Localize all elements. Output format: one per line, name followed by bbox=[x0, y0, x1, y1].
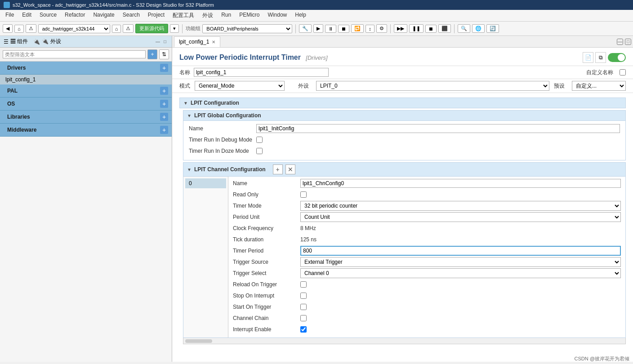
channel-0-item[interactable]: 0 bbox=[185, 178, 226, 188]
ch-start-checkbox[interactable] bbox=[300, 304, 307, 310]
channel-config-label: LPIT Channel Configuration bbox=[194, 166, 266, 173]
menu-refactor[interactable]: Refactor bbox=[61, 11, 89, 20]
toolbar-btn10[interactable]: ⏹ bbox=[425, 25, 437, 33]
debug-mode-checkbox[interactable] bbox=[256, 137, 263, 143]
ch-triggersrc-select[interactable]: External Trigger bbox=[300, 257, 621, 267]
category-libraries[interactable]: Libraries + bbox=[0, 111, 172, 124]
minimize-btn[interactable]: — bbox=[155, 39, 161, 45]
menu-project[interactable]: Project bbox=[144, 11, 168, 20]
menu-window[interactable]: Window bbox=[264, 11, 291, 20]
global-name-input[interactable] bbox=[256, 124, 620, 133]
lpit-config-item[interactable]: lpit_config_1 bbox=[0, 75, 172, 84]
ch-periodunit-select[interactable]: Count Unit bbox=[300, 212, 621, 222]
save-btn[interactable]: 📄 bbox=[583, 52, 593, 63]
toolbar-btn2[interactable]: ▶ bbox=[313, 24, 323, 33]
name-input[interactable] bbox=[194, 68, 329, 77]
peripherals-tab[interactable]: 🔌 🔌 外设 bbox=[33, 38, 61, 45]
h-scrollbar[interactable] bbox=[183, 338, 626, 344]
filter-sort-btn[interactable]: ⇅ bbox=[159, 49, 169, 59]
ch-reload-row: Reload On Trigger bbox=[233, 280, 621, 289]
ch-interrupt-label: Interrupt Enable bbox=[233, 326, 300, 333]
ch-name-input[interactable] bbox=[300, 179, 621, 188]
global-config-header[interactable]: ▼ LPIT Global Configuration bbox=[183, 110, 626, 121]
menu-search[interactable]: Search bbox=[119, 11, 143, 20]
menu-source[interactable]: Source bbox=[36, 11, 60, 20]
toolbar-home-btn[interactable]: ⌂ bbox=[14, 25, 24, 33]
menu-navigate[interactable]: Navigate bbox=[89, 11, 118, 20]
toolbar-home2-btn[interactable]: ⌂ bbox=[112, 25, 121, 33]
toolbar-btn13[interactable]: 🌐 bbox=[472, 24, 485, 33]
menu-peripheral[interactable]: 外设 bbox=[199, 11, 217, 20]
components-tab[interactable]: ☰ ☰ 组件 bbox=[4, 38, 28, 45]
menu-edit[interactable]: Edit bbox=[18, 11, 35, 20]
filter-input[interactable] bbox=[3, 50, 146, 58]
channel-config-header[interactable]: ▼ LPIT Channel Configuration + ✕ bbox=[183, 162, 626, 177]
tab-close-btn[interactable]: ✕ bbox=[212, 40, 215, 44]
panel-maximize-btn[interactable]: □ bbox=[625, 39, 631, 45]
copy-btn[interactable]: ⧉ bbox=[595, 52, 606, 63]
menu-pemicro[interactable]: PEMicro bbox=[236, 11, 263, 20]
filter-add-btn[interactable]: + bbox=[147, 49, 157, 59]
doze-mode-checkbox[interactable] bbox=[256, 148, 263, 154]
panel-minimize-btn[interactable]: — bbox=[617, 39, 623, 45]
toolbar-btn1[interactable]: 🔧 bbox=[299, 24, 312, 33]
ch-reload-label: Reload On Trigger bbox=[233, 281, 300, 288]
category-pal[interactable]: PAL + bbox=[0, 84, 172, 98]
menu-config-tools[interactable]: 配置工具 bbox=[169, 11, 198, 20]
func-group-dropdown[interactable]: BOARD_InitPeripherals bbox=[202, 24, 292, 33]
menu-help[interactable]: Help bbox=[291, 11, 310, 20]
update-source-btn[interactable]: 更新源代码 bbox=[135, 24, 168, 33]
pal-add-btn[interactable]: + bbox=[160, 87, 168, 95]
category-drivers[interactable]: Drivers + bbox=[0, 62, 172, 75]
channel-add-btn[interactable]: + bbox=[273, 164, 283, 174]
drivers-add-btn[interactable]: + bbox=[160, 64, 168, 72]
preset-select[interactable]: 自定义... bbox=[572, 81, 626, 91]
ch-interrupt-checkbox[interactable] bbox=[300, 326, 307, 333]
scrollbar-thumb[interactable] bbox=[185, 339, 212, 343]
toolbar-btn14[interactable]: 🔄 bbox=[486, 24, 499, 33]
ch-timermode-select[interactable]: 32 bit periodic counter bbox=[300, 201, 621, 211]
ch-stop-checkbox[interactable] bbox=[300, 293, 307, 299]
menu-run[interactable]: Run bbox=[218, 11, 235, 20]
category-middleware[interactable]: Middleware + bbox=[0, 124, 172, 137]
content-title: Low Power Periodic Interrupt Timer bbox=[179, 53, 301, 61]
toolbar-btn6[interactable]: ↕ bbox=[366, 25, 374, 33]
channel-props: Name Read Only Timer Mode bbox=[228, 177, 625, 337]
tab-bar: lpit_config_1 ✕ — □ bbox=[172, 36, 633, 48]
ch-chain-label: Channel Chain bbox=[233, 315, 300, 321]
mode-select[interactable]: General_Mode bbox=[195, 81, 285, 91]
ch-triggersel-select[interactable]: Channel 0 bbox=[300, 268, 621, 278]
enable-toggle[interactable] bbox=[608, 53, 626, 62]
toolbar-sep4 bbox=[454, 24, 455, 33]
ch-chain-checkbox[interactable] bbox=[300, 315, 307, 321]
toolbar-btn12[interactable]: 🔍 bbox=[458, 24, 470, 33]
os-add-btn[interactable]: + bbox=[160, 100, 168, 108]
toolbar-btn8[interactable]: ▶▶ bbox=[394, 24, 407, 33]
toolbar-btn4[interactable]: ⏹ bbox=[338, 25, 349, 33]
ch-timerperiod-label: Timer Period bbox=[233, 248, 300, 254]
libraries-add-btn[interactable]: + bbox=[160, 113, 168, 121]
lpit-config-tab[interactable]: lpit_config_1 ✕ bbox=[174, 36, 220, 47]
ch-timerperiod-input[interactable] bbox=[300, 246, 621, 256]
maximize-btn[interactable]: □ bbox=[162, 39, 168, 45]
toolbar-btn11[interactable]: ⬛ bbox=[438, 24, 451, 33]
toolbar-btn9[interactable]: ❚❚ bbox=[409, 24, 423, 33]
lpit-config-header[interactable]: ▼ LPIT Configuration bbox=[179, 98, 626, 108]
middleware-add-btn[interactable]: + bbox=[160, 126, 168, 134]
toolbar-btn5[interactable]: 🔁 bbox=[351, 24, 364, 33]
toolbar-warn-btn[interactable]: ⚠ bbox=[26, 24, 36, 33]
toolbar-back-btn[interactable]: ◀ bbox=[3, 24, 13, 33]
left-panel-controls: — □ bbox=[155, 39, 168, 45]
toolbar-btn7[interactable]: ⚙ bbox=[376, 24, 387, 33]
toolbar-btn3[interactable]: ⏸ bbox=[325, 25, 336, 33]
custom-name-checkbox[interactable] bbox=[620, 69, 626, 75]
menu-file[interactable]: File bbox=[2, 11, 18, 20]
ch-reload-checkbox[interactable] bbox=[300, 281, 307, 288]
toolbar-dropdown-btn[interactable]: ▾ bbox=[170, 24, 179, 33]
ch-readonly-checkbox[interactable] bbox=[300, 191, 307, 198]
category-os[interactable]: OS + bbox=[0, 98, 172, 111]
toolbar-warn2-btn[interactable]: ⚠ bbox=[123, 24, 134, 33]
device-select[interactable]: LPIT_0 bbox=[316, 81, 549, 91]
project-dropdown[interactable]: adc_hwtrigger_s32k144 bbox=[38, 24, 110, 33]
channel-remove-btn[interactable]: ✕ bbox=[285, 164, 295, 174]
